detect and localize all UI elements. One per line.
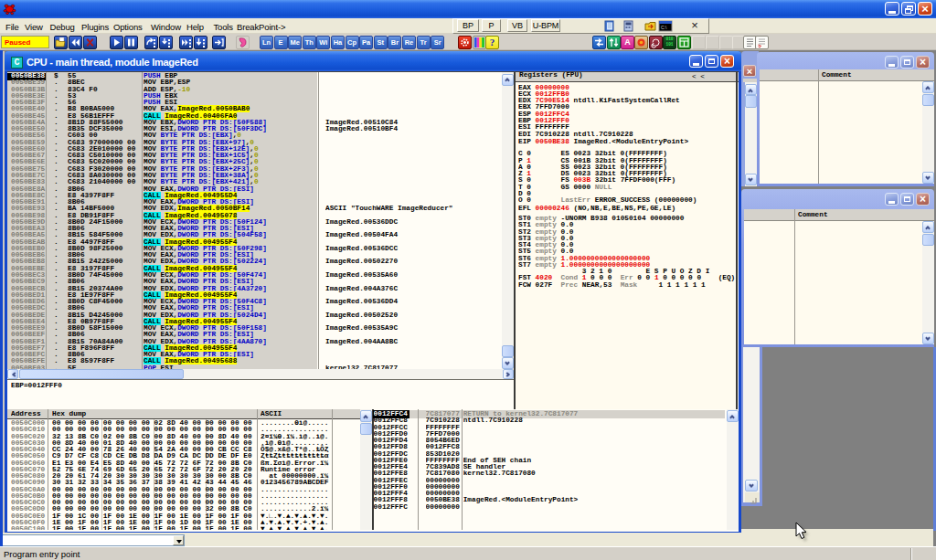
- svg-text:C:\: C:\: [661, 25, 667, 30]
